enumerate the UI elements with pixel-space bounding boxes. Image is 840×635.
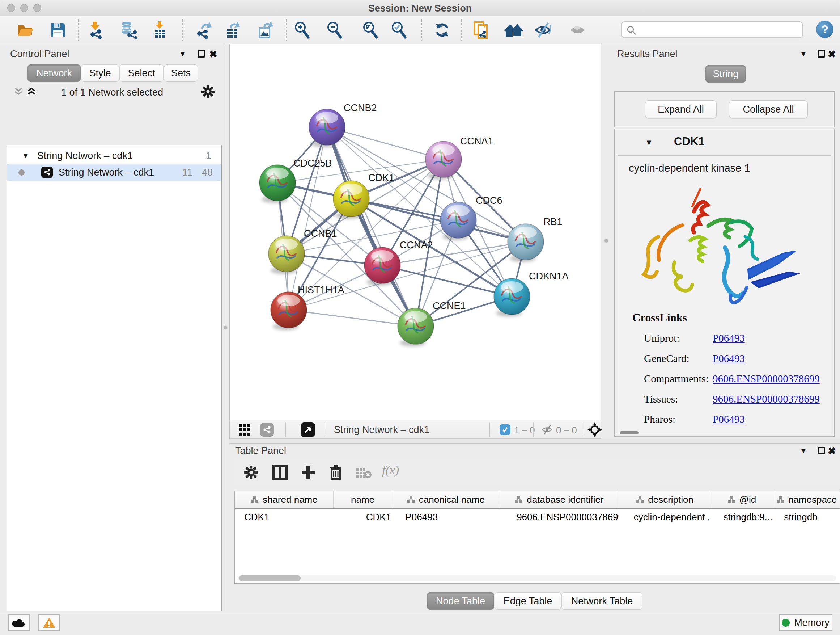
network-collection-row[interactable]: ▼ String Network – cdk1 1 <box>7 147 221 164</box>
column-header-shared-name[interactable]: shared name <box>235 491 333 508</box>
table-panel-float-icon[interactable] <box>818 447 825 454</box>
add-column-icon[interactable] <box>300 464 316 480</box>
clear-table-icon[interactable] <box>355 467 372 479</box>
string-home-icon[interactable] <box>504 21 523 40</box>
splitter-handle-right[interactable] <box>605 239 608 242</box>
eye-slash-icon[interactable] <box>534 21 553 40</box>
zoom-in-icon[interactable] <box>293 21 311 40</box>
network-edge-HIST1H1A-CCNE1[interactable] <box>289 310 416 326</box>
table-hscrollbar-thumb[interactable] <box>239 575 301 581</box>
table-panel-menu-icon[interactable]: ▼ <box>799 446 807 455</box>
network-edge-CCNB2-HIST1H1A[interactable] <box>289 127 327 310</box>
network-row-selected[interactable]: String Network – cdk1 11 48 <box>7 164 221 181</box>
network-node-CDC25B[interactable] <box>259 165 295 203</box>
search-input[interactable] <box>621 21 803 38</box>
control-panel-menu-icon[interactable]: ▼ <box>179 49 187 59</box>
network-node-CDC6[interactable] <box>440 202 477 241</box>
control-panel-close-icon[interactable]: ✖ <box>209 49 218 60</box>
table-gear-icon[interactable] <box>244 465 258 480</box>
cloud-button[interactable] <box>8 614 30 631</box>
import-network-icon[interactable] <box>86 21 105 40</box>
birdseye-view-icon[interactable] <box>301 423 315 437</box>
export-table-icon[interactable] <box>223 21 242 40</box>
fit-content-icon[interactable] <box>587 422 602 437</box>
function-builder-icon[interactable]: f(x) <box>382 463 399 477</box>
tab-select[interactable]: Select <box>119 65 164 82</box>
table-row[interactable]: CDK1 CDK1 P06493 9606.ENSP00000378699 cy… <box>235 509 840 525</box>
show-columns-icon[interactable] <box>272 464 288 480</box>
tab-edge-table[interactable]: Edge Table <box>494 592 561 610</box>
column-header-namespace[interactable]: namespace <box>773 491 840 508</box>
cell-name[interactable]: CDK1 <box>333 509 393 525</box>
network-node-CCNB1[interactable] <box>268 236 305 274</box>
crosslink-genecard-link[interactable]: P06493 <box>713 353 745 364</box>
network-node-CDKN1A[interactable] <box>494 279 530 317</box>
results-panel-menu-icon[interactable]: ▼ <box>799 49 807 59</box>
export-network-icon[interactable] <box>194 21 213 40</box>
tab-sets[interactable]: Sets <box>164 65 198 82</box>
results-panel-close-icon[interactable]: ✖ <box>828 49 836 60</box>
crosslink-compartments-link[interactable]: 9606.ENSP00000378699 <box>713 373 820 385</box>
collapse-all-button[interactable]: Collapse All <box>729 100 808 119</box>
memory-button[interactable]: Memory <box>779 614 832 631</box>
refresh-icon[interactable] <box>433 21 452 40</box>
zoom-selected-icon[interactable] <box>390 21 409 40</box>
tab-node-table[interactable]: Node Table <box>427 592 494 610</box>
cell-database-identifier[interactable]: 9606.ENSP00000378699 <box>499 509 619 525</box>
cell-canonical-name[interactable]: P06493 <box>393 509 500 525</box>
zoom-out-icon[interactable] <box>325 21 344 40</box>
eye-icon[interactable] <box>568 21 587 40</box>
network-badge-icon[interactable] <box>260 423 274 437</box>
save-session-icon[interactable] <box>49 21 67 40</box>
results-hscrollbar-thumb[interactable] <box>620 431 638 434</box>
expand-all-icon[interactable] <box>26 86 37 97</box>
cell-namespace[interactable]: stringdb <box>773 509 840 525</box>
column-header-name[interactable]: name <box>333 491 393 508</box>
grid-view-icon[interactable] <box>238 424 251 436</box>
network-node-CDK1[interactable] <box>333 181 369 219</box>
open-session-icon[interactable] <box>16 21 35 40</box>
network-edge-RB1-HIST1H1A[interactable] <box>289 242 526 310</box>
collapse-all-icon[interactable] <box>13 86 24 97</box>
tab-network-table[interactable]: Network Table <box>561 592 643 610</box>
column-header-id[interactable]: @id <box>710 491 773 508</box>
expand-all-button[interactable]: Expand All <box>645 100 717 119</box>
delete-column-icon[interactable] <box>328 464 344 480</box>
network-node-CCNA1[interactable] <box>425 141 462 180</box>
network-node-CCNB2[interactable] <box>309 109 345 147</box>
control-panel-float-icon[interactable] <box>197 50 205 57</box>
gear-icon[interactable] <box>201 85 215 98</box>
cell-id[interactable]: stringdb:9... <box>710 509 773 525</box>
tab-network[interactable]: Network <box>27 65 81 82</box>
crosslink-tissues-link[interactable]: 9606.ENSP00000378699 <box>713 393 820 405</box>
network-node-CCNE1[interactable] <box>398 308 434 347</box>
network-node-HIST1H1A[interactable] <box>271 292 307 330</box>
crosslink-uniprot-link[interactable]: P06493 <box>713 333 745 344</box>
zoom-fit-icon[interactable] <box>361 21 380 40</box>
column-header-database-identifier[interactable]: database identifier <box>499 491 619 508</box>
hidden-eye-icon[interactable] <box>541 424 553 435</box>
network-node-RB1[interactable] <box>508 224 544 262</box>
column-header-description[interactable]: description <box>619 491 711 508</box>
gene-expander-icon[interactable]: ▼ <box>645 138 653 147</box>
duplicate-network-icon[interactable] <box>472 21 491 40</box>
selected-checkbox-icon[interactable] <box>500 424 510 435</box>
network-canvas[interactable]: CCNB2CCNA1CDC25BCDK1CDC6RB1CCNB1CCNA2CDK… <box>229 44 601 420</box>
table-panel-close-icon[interactable]: ✖ <box>828 445 836 457</box>
splitter-handle-left[interactable] <box>224 326 227 329</box>
results-panel-float-icon[interactable] <box>818 50 825 57</box>
export-image-icon[interactable] <box>256 21 275 40</box>
tab-style[interactable]: Style <box>81 65 119 82</box>
tab-string[interactable]: String <box>706 65 746 82</box>
table-hscrollbar[interactable] <box>238 575 836 581</box>
column-header-canonical-name[interactable]: canonical name <box>392 491 499 508</box>
network-edge-CCNB2-CCNE1[interactable] <box>327 127 416 326</box>
import-table-icon[interactable] <box>150 21 169 40</box>
cell-description[interactable]: cyclin-dependent ... <box>619 509 711 525</box>
import-database-icon[interactable] <box>120 21 139 40</box>
collection-expander-icon[interactable]: ▼ <box>22 152 29 160</box>
warning-button[interactable] <box>38 614 60 631</box>
help-button[interactable]: ? <box>816 21 834 38</box>
cell-shared-name[interactable]: CDK1 <box>235 509 333 525</box>
crosslink-pharos-link[interactable]: P06493 <box>713 413 745 425</box>
